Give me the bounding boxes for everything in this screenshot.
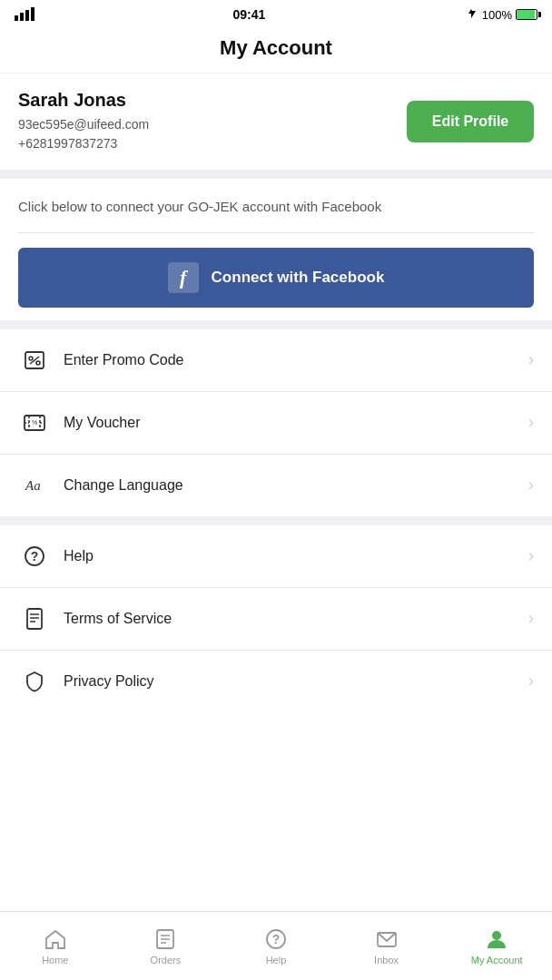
- nav-item-orders[interactable]: Orders: [111, 927, 222, 965]
- chevron-icon-terms: ›: [528, 609, 534, 628]
- connect-facebook-button[interactable]: f Connect with Facebook: [18, 248, 534, 308]
- svg-point-7: [36, 361, 40, 365]
- menu-label-language: Change Language: [64, 477, 528, 494]
- help-icon: ?: [18, 540, 51, 573]
- profile-info: Sarah Jonas 93ec595e@uifeed.com +6281997…: [18, 90, 149, 153]
- profile-section: Sarah Jonas 93ec595e@uifeed.com +6281997…: [0, 74, 552, 170]
- orders-icon: [153, 927, 177, 951]
- svg-point-28: [492, 931, 501, 940]
- signal-strength: [15, 6, 34, 24]
- battery-icon: [516, 9, 537, 20]
- svg-rect-1: [20, 13, 24, 21]
- nav-item-inbox[interactable]: Inbox: [331, 927, 442, 965]
- menu-section-1: Enter Promo Code › % My Voucher ›: [0, 329, 552, 516]
- svg-text:%: %: [32, 418, 37, 425]
- facebook-section: Click below to connect your GO-JEK accou…: [0, 179, 552, 320]
- menu-label-promo-code: Enter Promo Code: [64, 352, 528, 368]
- menu-item-promo-code[interactable]: Enter Promo Code ›: [0, 329, 552, 392]
- menu-item-language[interactable]: Aa Change Language ›: [0, 455, 552, 516]
- nav-item-account[interactable]: My Account: [441, 927, 552, 965]
- chevron-icon-voucher: ›: [528, 413, 534, 432]
- inbox-icon: [375, 927, 399, 951]
- page-header: My Account: [0, 27, 552, 74]
- privacy-icon: [18, 665, 51, 698]
- chevron-icon-promo: ›: [528, 350, 534, 369]
- nav-item-help[interactable]: ? Help: [221, 927, 331, 965]
- divider-line: [18, 232, 534, 233]
- menu-item-terms[interactable]: Terms of Service ›: [0, 588, 552, 651]
- terms-icon: [18, 603, 51, 635]
- language-icon: Aa: [18, 469, 51, 502]
- chevron-icon-language: ›: [528, 475, 534, 495]
- section-divider-2: [0, 320, 552, 329]
- svg-rect-3: [31, 7, 34, 21]
- facebook-icon: f: [168, 262, 199, 293]
- promo-icon: [18, 344, 51, 377]
- chevron-icon-help: ›: [528, 546, 534, 565]
- menu-item-voucher[interactable]: % My Voucher ›: [0, 392, 552, 455]
- profile-phone: +6281997837273: [18, 134, 149, 153]
- battery-area: 100%: [464, 7, 537, 22]
- menu-section-2: ? Help › Terms of Service ›: [0, 525, 552, 712]
- page-title: My Account: [0, 36, 552, 60]
- svg-point-5: [29, 357, 33, 360]
- menu-label-terms: Terms of Service: [64, 611, 528, 627]
- help-nav-icon: ?: [264, 927, 288, 951]
- profile-email: 93ec595e@uifeed.com: [18, 115, 149, 134]
- nav-label-home: Home: [42, 955, 68, 965]
- bottom-nav: Home Orders ? Help Inbox My Account: [0, 911, 552, 980]
- menu-item-privacy[interactable]: Privacy Policy ›: [0, 651, 552, 712]
- menu-label-voucher: My Voucher: [64, 415, 528, 431]
- svg-text:?: ?: [31, 549, 39, 564]
- nav-label-orders: Orders: [151, 955, 182, 965]
- nav-label-help: Help: [266, 955, 287, 965]
- edit-profile-button[interactable]: Edit Profile: [407, 101, 534, 142]
- status-bar: 09:41 100%: [0, 0, 552, 27]
- section-divider-3: [0, 516, 552, 525]
- account-icon: [485, 927, 508, 951]
- home-icon: [44, 927, 67, 951]
- svg-rect-17: [27, 609, 42, 629]
- section-divider-1: [0, 170, 552, 179]
- nav-label-inbox: Inbox: [374, 955, 399, 965]
- nav-item-home[interactable]: Home: [0, 927, 111, 965]
- facebook-description: Click below to connect your GO-JEK accou…: [18, 197, 534, 218]
- location-icon: [464, 7, 478, 22]
- voucher-icon: %: [18, 407, 51, 439]
- svg-rect-2: [25, 10, 29, 21]
- menu-item-help[interactable]: ? Help ›: [0, 525, 552, 588]
- clock: 09:41: [232, 7, 265, 22]
- facebook-button-label: Connect with Facebook: [212, 269, 385, 287]
- svg-text:?: ?: [272, 932, 281, 946]
- chevron-icon-privacy: ›: [528, 671, 534, 691]
- menu-label-help: Help: [64, 548, 528, 564]
- battery-percentage: 100%: [482, 8, 512, 22]
- menu-label-privacy: Privacy Policy: [64, 673, 528, 690]
- profile-name: Sarah Jonas: [18, 90, 149, 111]
- nav-label-account: My Account: [471, 955, 523, 965]
- svg-text:Aa: Aa: [25, 478, 41, 493]
- svg-rect-0: [15, 15, 18, 21]
